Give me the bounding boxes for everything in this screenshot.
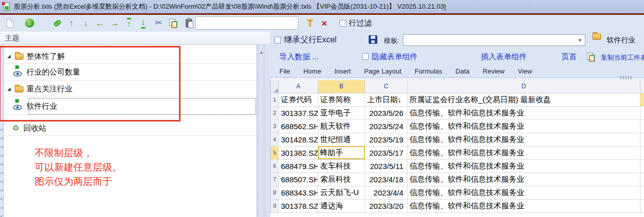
cell-D8[interactable]: 信息传输、软件和信息技术服务业	[407, 186, 640, 199]
clear-filter-button[interactable]: ×	[318, 17, 330, 29]
inherit-parent-checkbox[interactable]	[274, 37, 281, 43]
ribbon-tab-view[interactable]: View	[518, 67, 532, 75]
cut-button[interactable]: ✂	[152, 17, 165, 29]
column-header-C[interactable]: C	[365, 80, 407, 93]
row-header-7[interactable]: 7	[271, 173, 279, 186]
cell-C8[interactable]: 2023/4/4	[365, 186, 407, 199]
move-up-button[interactable]: ↑	[65, 17, 78, 29]
tree-item-industry-count[interactable]: 行业的公司数量	[4, 64, 256, 81]
cell-A7[interactable]: 688507.SH	[279, 173, 318, 186]
row-header-6[interactable]: 6	[271, 159, 279, 173]
cell-E7-partial[interactable]	[640, 173, 644, 186]
cell-A4[interactable]: 301428.SZ	[279, 133, 318, 146]
template-select[interactable]: ▼	[403, 34, 585, 46]
ribbon-tab-data[interactable]: Data	[455, 67, 469, 75]
row-header-4[interactable]: 4	[271, 133, 279, 146]
tree-item-recycle-bin[interactable]: ♻ 回收站	[4, 122, 256, 136]
eye-icon[interactable]	[13, 71, 22, 77]
cell-A2[interactable]: 301337.SZ	[279, 106, 318, 119]
ribbon-tab-file[interactable]: File	[279, 67, 290, 75]
cell-E1-partial[interactable]	[640, 93, 644, 106]
cell-A5[interactable]: 301382.SZ	[279, 146, 318, 159]
cell-E3-partial[interactable]	[640, 119, 644, 133]
link-button[interactable]	[51, 17, 63, 29]
row-header-9[interactable]: 9	[271, 199, 279, 212]
move-bottom-button[interactable]: ↓	[137, 17, 149, 29]
tree-item-focus-industries[interactable]: ◢ 重点关注行业	[4, 82, 256, 97]
save-template-icon[interactable]	[369, 35, 377, 44]
ribbon-tab-formulas[interactable]: Formulas	[415, 67, 442, 75]
ribbon-tab-page-layout[interactable]: Page Layout	[364, 67, 401, 75]
column-header-B[interactable]: B	[318, 80, 365, 93]
cell-C3[interactable]: 2023/5/24	[365, 119, 407, 133]
filter-button[interactable]	[304, 17, 316, 29]
ribbon-tab-home[interactable]: Home	[303, 67, 321, 75]
cell-B7[interactable]: 索辰科技	[318, 173, 365, 186]
copy-sheet-link[interactable]: 复制当前工作表	[601, 53, 644, 62]
cell-B3[interactable]: 航天软件	[318, 119, 365, 133]
copy-button[interactable]	[167, 17, 179, 29]
cell-C7[interactable]: 2023/4/18	[365, 173, 407, 186]
cell-B6[interactable]: 友车科技	[318, 159, 365, 173]
cell-D3[interactable]: 信息传输、软件和信息技术服务业	[407, 119, 640, 133]
cell-E4-partial[interactable]	[640, 133, 644, 146]
move-right-button[interactable]: →	[109, 17, 121, 29]
hide-form-checkbox[interactable]	[362, 53, 369, 60]
ribbon-tab-review[interactable]: Review	[483, 67, 505, 75]
cell-B2[interactable]: 亚华电子	[318, 106, 365, 119]
cell-E2-partial[interactable]	[640, 106, 644, 119]
cell-B5[interactable]: 蜂助手	[318, 146, 365, 159]
row-filter-checkbox[interactable]	[340, 20, 346, 27]
expand-icon[interactable]: ◢	[7, 54, 11, 59]
expand-icon[interactable]: ◢	[7, 86, 11, 91]
collapse-splitter[interactable]: <<<<<<<<<<<<	[0, 45, 4, 217]
copy-sheet-icon[interactable]	[586, 53, 595, 61]
cell-E8-partial[interactable]	[640, 186, 644, 199]
cell-E6-partial[interactable]	[640, 159, 644, 173]
row-header-2[interactable]: 2	[271, 106, 279, 119]
tree-item-software-industry[interactable]: 软件行业	[4, 98, 256, 115]
cell-C4[interactable]: 2023/5/19	[365, 133, 407, 146]
back-button[interactable]: ←	[23, 17, 36, 29]
column-header-E-partial[interactable]	[640, 80, 644, 93]
eye-icon[interactable]	[13, 105, 22, 110]
cell-D6[interactable]: 信息传输、软件和信息技术服务业	[407, 159, 640, 173]
scroll-up-icon[interactable]: ▲	[257, 48, 266, 56]
search-input[interactable]	[195, 16, 298, 30]
move-left-button[interactable]: ←	[94, 17, 106, 29]
column-header-A[interactable]: A	[279, 80, 318, 93]
column-header-D[interactable]: D	[407, 80, 640, 93]
row-header-3[interactable]: 3	[271, 119, 279, 133]
tree-scrollbar[interactable]: ▲	[256, 45, 265, 217]
row-header-8[interactable]: 8	[271, 186, 279, 199]
cell-B9[interactable]: 通达海	[318, 199, 365, 212]
grip-dots-icon[interactable]	[620, 76, 633, 80]
insert-form-link[interactable]: 插入表单组件	[481, 52, 527, 62]
row-header-5[interactable]: 5	[271, 146, 279, 159]
import-data-link[interactable]: 导入数据 ...	[279, 52, 319, 62]
cell-E9-partial[interactable]	[640, 199, 644, 212]
tree-item-overview[interactable]: ◢ 整体性了解	[4, 50, 256, 64]
cell-B4[interactable]: 世纪恒通	[318, 133, 365, 146]
cell-D2[interactable]: 信息传输、软件和信息技术服务业	[407, 106, 640, 119]
row-header-1[interactable]: 1	[271, 93, 279, 106]
cell-A1[interactable]: 证券代码	[279, 93, 318, 106]
move-top-button[interactable]: ↑	[123, 17, 135, 29]
cell-D9[interactable]: 信息传输、软件和信息技术服务业	[407, 199, 640, 212]
cell-C5[interactable]: 2023/5/17	[365, 146, 407, 159]
cell-B1[interactable]: 证券简称	[318, 93, 365, 106]
cell-A9[interactable]: 301378.SZ	[279, 199, 318, 212]
select-all-corner[interactable]	[271, 80, 279, 93]
cell-D5[interactable]: 信息传输、软件和信息技术服务业	[407, 146, 640, 159]
cell-E5-partial[interactable]	[640, 146, 644, 159]
page-header-link[interactable]: 页首	[561, 52, 577, 62]
move-down-button[interactable]: ↓	[80, 17, 92, 29]
new-document-button[interactable]	[4, 17, 16, 29]
ribbon-tab-insert[interactable]: Insert	[334, 67, 351, 75]
cell-A8[interactable]: 688343.SH	[279, 186, 318, 199]
cell-A6[interactable]: 688479.SH	[279, 159, 318, 173]
paste-button[interactable]	[183, 17, 195, 29]
cell-C6[interactable]: 2023/5/11	[365, 159, 407, 173]
cell-D7[interactable]: 信息传输、软件和信息技术服务业	[407, 173, 640, 186]
cell-C1[interactable]: 上市日期↓	[365, 93, 407, 106]
